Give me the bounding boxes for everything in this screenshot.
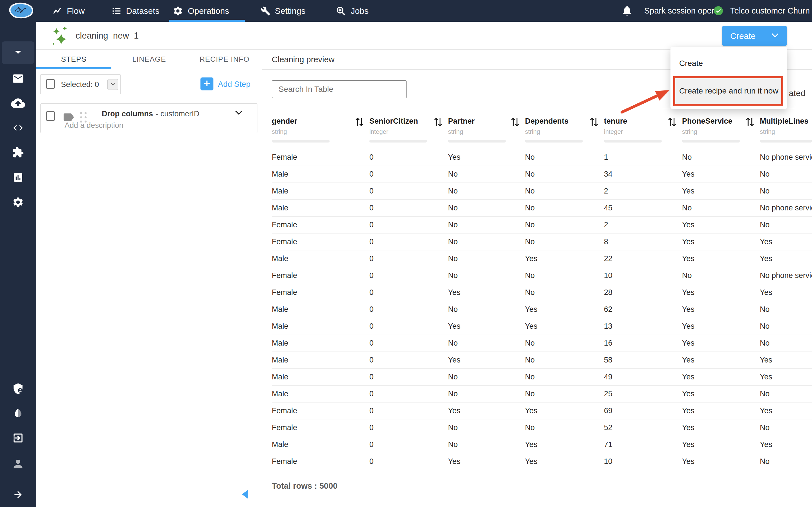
- bar-chart-icon: [12, 172, 24, 184]
- top-nav: Flow Datasets Operations Settings: [0, 0, 812, 22]
- step-checkbox[interactable]: [46, 111, 55, 121]
- table-cell: No: [525, 267, 604, 284]
- sidebar-expander[interactable]: [2, 41, 35, 64]
- table-cell: 0: [369, 453, 448, 470]
- sidebar-item-theme[interactable]: [12, 407, 24, 420]
- sidebar-item-code[interactable]: [12, 122, 24, 135]
- table-cell: Male: [272, 318, 369, 335]
- table-cell: 0: [369, 402, 448, 419]
- select-all-checkbox[interactable]: [46, 79, 55, 89]
- table-cell: No: [682, 267, 760, 284]
- table-cell: Female: [272, 419, 369, 436]
- table-cell: No: [760, 301, 812, 318]
- table-cell: 1: [604, 149, 682, 166]
- create-button-label: Create: [730, 31, 756, 41]
- steps-panel: STEPS LINEAGE RECIPE INFO Selected: 0 Ad…: [36, 50, 262, 507]
- table-cell: 0: [369, 217, 448, 233]
- table-cell: Female: [272, 217, 369, 233]
- step-name: Drop columns: [102, 110, 153, 118]
- sidebar-item-inbox[interactable]: [12, 72, 24, 86]
- table-row: Male0YesYes13YesNo: [272, 318, 812, 335]
- add-step-label[interactable]: Add Step: [218, 74, 250, 94]
- table-cell: Yes: [448, 318, 525, 335]
- add-step-button[interactable]: [200, 77, 213, 91]
- sort-icon[interactable]: [354, 116, 365, 128]
- sort-icon[interactable]: [433, 116, 444, 128]
- table-cell: No: [525, 419, 604, 436]
- table-cell: No: [525, 352, 604, 369]
- sparkles-icon: [52, 25, 73, 48]
- table-cell: Yes: [448, 453, 525, 470]
- nav-item-settings[interactable]: Settings: [261, 0, 305, 22]
- step-description-placeholder[interactable]: Add a description: [64, 121, 123, 130]
- tab-steps[interactable]: STEPS: [36, 50, 111, 69]
- table-cell: 0: [369, 301, 448, 318]
- sidebar-item-security[interactable]: [12, 383, 24, 396]
- notifications-bell-icon[interactable]: [621, 5, 633, 18]
- sort-icon[interactable]: [509, 116, 521, 128]
- table-cell: Yes: [682, 284, 760, 301]
- table-cell: Female: [272, 149, 369, 166]
- table-cell: No: [448, 386, 525, 402]
- chevron-down-icon: [771, 33, 779, 40]
- table-body: Female0YesNo1NoNo phone serviceMale0NoNo…: [272, 149, 812, 470]
- project-name[interactable]: Telco customer Churn: [730, 0, 810, 22]
- tab-lineage[interactable]: LINEAGE: [111, 50, 187, 69]
- table-cell: Male: [272, 335, 369, 351]
- menu-item-create-recipe-run-now[interactable]: Create recipe and run it now: [673, 76, 783, 106]
- column-stat-bar: [682, 140, 740, 143]
- search-input[interactable]: [272, 80, 407, 98]
- jobs-search-gear-icon: [336, 6, 346, 16]
- table-cell: Yes: [682, 250, 760, 267]
- nav-item-operations[interactable]: Operations: [172, 0, 229, 22]
- column-stat-bar: [760, 140, 812, 143]
- sidebar-item-profile[interactable]: [11, 457, 24, 471]
- table-cell: 0: [369, 183, 448, 200]
- create-button[interactable]: Create: [722, 26, 787, 46]
- table-cell: No: [448, 301, 525, 318]
- nav-item-label: Flow: [67, 6, 85, 16]
- operations-gear-icon: [172, 6, 183, 16]
- column-type: string: [760, 128, 812, 135]
- sidebar-item-logout[interactable]: [12, 432, 24, 445]
- table-cell: Female: [272, 233, 369, 250]
- sidebar-item-reports[interactable]: [12, 172, 24, 184]
- table-cell: 69: [604, 402, 682, 419]
- table-row: Female0NoNo10NoNo phone service: [272, 267, 812, 284]
- nav-item-datasets[interactable]: Datasets: [111, 0, 159, 22]
- table-cell: Yes: [682, 386, 760, 402]
- column-header-Partner: Partnerstring: [448, 116, 525, 144]
- selection-control: Selected: 0: [40, 74, 121, 94]
- table-cell: 0: [369, 250, 448, 267]
- table-cell: No: [682, 200, 760, 216]
- table-cell: 0: [369, 386, 448, 402]
- step-expand-chevron[interactable]: [235, 110, 243, 117]
- nav-item-flow[interactable]: Flow: [52, 0, 85, 22]
- collapse-panel-arrow[interactable]: [242, 490, 248, 499]
- column-stat-bar: [448, 140, 506, 143]
- table-cell: 71: [604, 436, 682, 453]
- nav-item-jobs[interactable]: Jobs: [336, 0, 368, 22]
- sidebar-item-cloud-upload[interactable]: [11, 97, 25, 110]
- sort-icon[interactable]: [744, 116, 756, 128]
- user-icon: [11, 457, 24, 471]
- app-logo[interactable]: [6, 1, 36, 20]
- sidebar-item-settings[interactable]: [12, 196, 24, 209]
- menu-item-create[interactable]: Create: [670, 54, 787, 73]
- sort-icon[interactable]: [589, 116, 600, 128]
- table-cell: No: [682, 149, 760, 166]
- table-cell: Male: [272, 250, 369, 267]
- table-cell: Female: [272, 453, 369, 470]
- sidebar-item-plugins[interactable]: [12, 147, 24, 159]
- table-cell: No: [448, 217, 525, 233]
- column-type: integer: [604, 128, 682, 135]
- step-card-drop-columns[interactable]: Drop columns - customerID Add a descript…: [40, 103, 257, 133]
- step-title: Drop columns - customerID: [102, 108, 199, 120]
- table-cell: 2: [604, 183, 682, 200]
- column-type: integer: [369, 128, 448, 135]
- panel-tabbar: STEPS LINEAGE RECIPE INFO: [36, 50, 262, 69]
- selection-dropdown-button[interactable]: [107, 79, 118, 90]
- table-cell: Female: [272, 284, 369, 301]
- sidebar-expand-toggle[interactable]: [13, 489, 23, 501]
- tab-recipe-info[interactable]: RECIPE INFO: [187, 50, 262, 69]
